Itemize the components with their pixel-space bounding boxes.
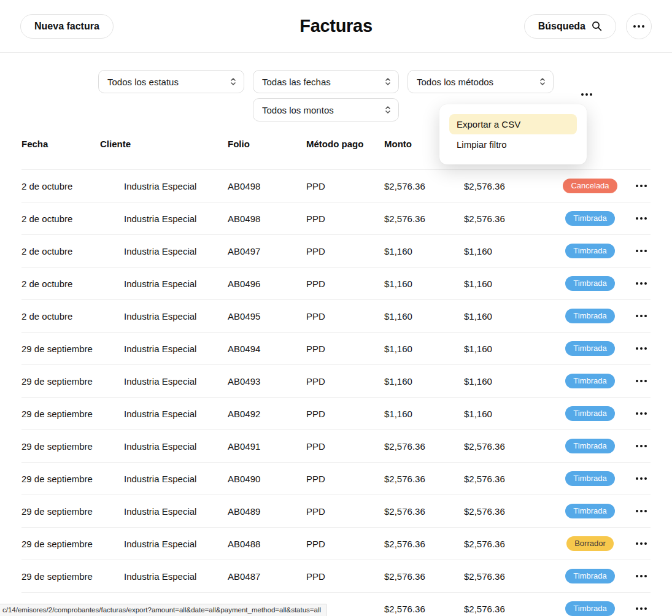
method-filter-select[interactable]: Todos los métodos <box>407 70 554 93</box>
row-actions-button[interactable] <box>632 567 651 585</box>
cell-monto: $2,576.36 <box>384 474 464 484</box>
table-row[interactable]: 29 de septiembre Industria Especial AB04… <box>21 430 651 463</box>
cell-fecha: 29 de septiembre <box>21 376 100 387</box>
cell-monto: $1,160 <box>384 376 464 387</box>
ellipsis-icon <box>581 93 584 96</box>
cell-metodo-pago: PPD <box>306 214 384 224</box>
cell-folio: AB0489 <box>228 506 306 517</box>
cell-cliente: Industria Especial <box>100 181 228 191</box>
cell-monto: $1,160 <box>384 279 464 289</box>
row-actions-button[interactable] <box>632 209 651 228</box>
table-row[interactable]: 29 de septiembre Industria Especial AB04… <box>21 463 651 495</box>
row-actions-button[interactable] <box>632 404 651 423</box>
ellipsis-icon <box>636 510 638 512</box>
table-row[interactable]: 2 de octubre Industria Especial AB0498 P… <box>21 170 651 202</box>
cell-cliente: Industria Especial <box>100 214 228 224</box>
row-actions-button[interactable] <box>632 242 651 260</box>
table-row[interactable]: 29 de septiembre Industria Especial AB04… <box>21 365 651 398</box>
ellipsis-icon <box>636 542 638 545</box>
chevron-updown-icon <box>539 77 546 87</box>
cell-folio: AB0498 <box>228 181 306 191</box>
table-row[interactable]: 29 de septiembre Industria Especial AB04… <box>21 528 651 560</box>
cell-estado: Timbrada <box>548 244 632 258</box>
method-filter-value: Todos los métodos <box>417 77 493 87</box>
cell-monto: $2,576.36 <box>384 441 464 452</box>
cell-folio: AB0490 <box>228 474 306 484</box>
cell-monto: $1,160 <box>384 409 464 419</box>
cell-actions <box>632 307 651 325</box>
link-preview-statusbar: c/14/emisores/2/comprobantes/facturas/ex… <box>0 604 326 616</box>
cell-fecha: 2 de octubre <box>21 181 100 191</box>
ellipsis-icon <box>636 575 638 577</box>
cell-metodo-pago: PPD <box>306 539 384 549</box>
cell-folio: AB0492 <box>228 409 306 419</box>
date-filter-select[interactable]: Todas las fechas <box>253 70 399 93</box>
new-invoice-button[interactable]: Nueva factura <box>20 14 114 39</box>
row-actions-button[interactable] <box>632 307 651 325</box>
cell-estado: Cancelada <box>548 179 632 193</box>
row-actions-button[interactable] <box>632 339 651 358</box>
cell-total: $1,160 <box>464 409 548 419</box>
table-row[interactable]: 2 de octubre Industria Especial AB0497 P… <box>21 235 651 268</box>
cell-cliente: Industria Especial <box>100 279 228 289</box>
cell-estado: Timbrada <box>548 439 632 453</box>
table-row[interactable]: 29 de septiembre Industria Especial AB04… <box>21 560 651 593</box>
table-row[interactable]: 2 de octubre Industria Especial AB0498 P… <box>21 202 651 235</box>
menu-item-export-csv[interactable]: Exportar a CSV <box>449 114 577 134</box>
search-button-label: Búsqueda <box>538 21 585 32</box>
filters-more-button[interactable] <box>574 82 599 107</box>
row-actions-button[interactable] <box>632 502 651 520</box>
cell-actions <box>632 437 651 455</box>
cell-total: $1,160 <box>464 246 548 256</box>
cell-cliente: Industria Especial <box>100 474 228 484</box>
table-row[interactable]: 29 de septiembre Industria Especial AB04… <box>21 333 651 365</box>
cell-metodo-pago: PPD <box>306 181 384 191</box>
row-actions-button[interactable] <box>632 534 651 553</box>
status-badge: Timbrada <box>565 406 614 421</box>
status-filter-select[interactable]: Todos los estatus <box>98 70 244 93</box>
cell-fecha: 2 de octubre <box>21 214 100 224</box>
status-badge: Cancelada <box>563 179 617 193</box>
cell-folio: AB0498 <box>228 214 306 224</box>
row-actions-button[interactable] <box>632 469 651 488</box>
cell-actions <box>632 404 651 423</box>
cell-fecha: 2 de octubre <box>21 311 100 321</box>
row-actions-button[interactable] <box>632 599 651 616</box>
cell-metodo-pago: PPD <box>306 279 384 289</box>
cell-actions <box>632 177 651 195</box>
cell-folio: AB0494 <box>228 344 306 354</box>
cell-metodo-pago: PPD <box>306 571 384 582</box>
ellipsis-icon <box>636 347 638 350</box>
ellipsis-icon <box>636 607 638 610</box>
row-actions-button[interactable] <box>632 372 651 390</box>
cell-total: $1,160 <box>464 279 548 289</box>
cell-folio: AB0491 <box>228 441 306 452</box>
cell-metodo-pago: PPD <box>306 344 384 354</box>
row-actions-button[interactable] <box>632 177 651 195</box>
topbar-more-button[interactable] <box>626 13 652 39</box>
cell-actions <box>632 502 651 520</box>
table-row[interactable]: 2 de octubre Industria Especial AB0496 P… <box>21 268 651 300</box>
cell-monto: $2,576.36 <box>384 181 464 191</box>
ellipsis-icon <box>636 477 638 480</box>
topbar-right-group: Búsqueda <box>524 13 652 39</box>
row-actions-button[interactable] <box>632 437 651 455</box>
chevron-updown-icon <box>385 77 391 87</box>
cell-folio: AB0496 <box>228 279 306 289</box>
status-badge: Timbrada <box>565 211 614 226</box>
cell-monto: $2,576.36 <box>384 214 464 224</box>
amount-filter-select[interactable]: Todos los montos <box>253 98 399 121</box>
table-row[interactable]: 2 de octubre Industria Especial AB0495 P… <box>21 300 651 333</box>
table-row[interactable]: 29 de septiembre Industria Especial AB04… <box>21 398 651 430</box>
cell-estado: Timbrada <box>548 309 632 323</box>
cell-estado: Timbrada <box>548 374 632 388</box>
row-actions-button[interactable] <box>632 274 651 293</box>
status-badge: Timbrada <box>565 309 614 323</box>
menu-item-clear-filter[interactable]: Limpiar filtro <box>449 134 577 155</box>
cell-monto: $1,160 <box>384 246 464 256</box>
table-row[interactable]: 29 de septiembre Industria Especial AB04… <box>21 495 651 528</box>
cell-total: $2,576.36 <box>464 571 548 582</box>
search-button[interactable]: Búsqueda <box>524 14 616 39</box>
cell-total: $2,576.36 <box>464 506 548 517</box>
ellipsis-icon <box>636 185 638 187</box>
